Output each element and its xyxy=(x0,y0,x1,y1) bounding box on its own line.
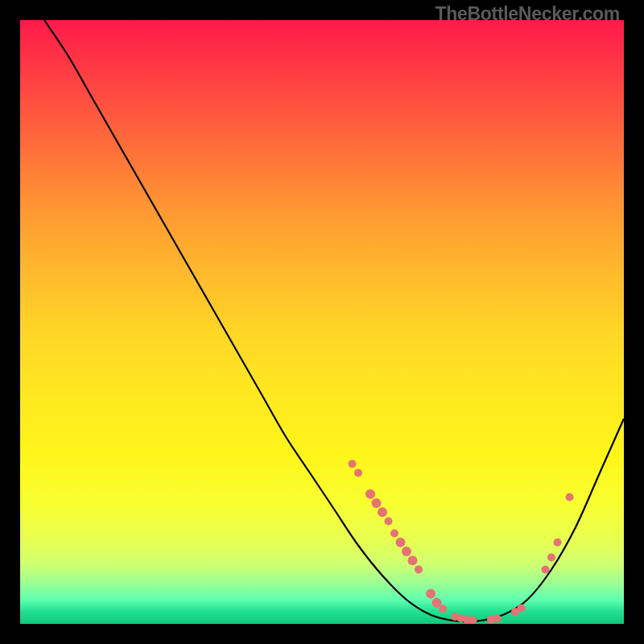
chart-marker xyxy=(408,555,418,565)
chart-marker xyxy=(518,605,526,613)
watermark-text: TheBottleNecker.com xyxy=(436,3,621,25)
chart-marker xyxy=(402,547,411,556)
chart-marker xyxy=(554,539,562,547)
chart-marker xyxy=(547,554,555,562)
chart-marker xyxy=(566,493,574,502)
chart-marker xyxy=(349,460,357,468)
chart-marker xyxy=(354,469,362,477)
chart-markers xyxy=(349,460,574,624)
chart-marker xyxy=(372,498,382,508)
chart-marker xyxy=(415,566,423,574)
chart-marker xyxy=(378,507,387,517)
chart-marker xyxy=(396,538,406,547)
chart-curve xyxy=(44,20,624,621)
chart-marker xyxy=(385,518,393,526)
chart-marker xyxy=(493,614,502,622)
chart-marker xyxy=(439,605,447,613)
chart-marker xyxy=(365,489,375,499)
chart-marker xyxy=(426,589,436,599)
chart-marker xyxy=(390,530,398,538)
bottleneck-chart xyxy=(20,20,624,624)
chart-marker xyxy=(542,566,550,574)
